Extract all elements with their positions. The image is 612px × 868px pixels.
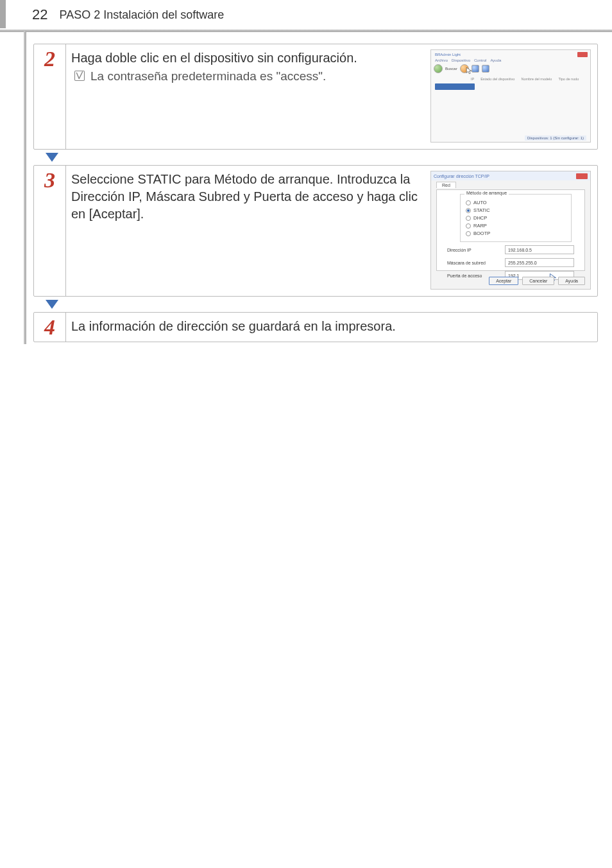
step-row-4: 4 La información de dirección se guardar…: [33, 312, 598, 342]
step-number: 2: [44, 47, 55, 71]
dialog-title-bar: Configurar dirección TCP/IP: [431, 171, 590, 180]
menu-item[interactable]: Ayuda: [490, 58, 501, 62]
table-row-selected[interactable]: [435, 83, 475, 90]
side-rule: [24, 31, 26, 344]
dialog-title: Configurar dirección TCP/IP: [434, 174, 489, 178]
step-note: La contraseña predeterminada es "access"…: [71, 68, 424, 85]
radio-rarp[interactable]: RARP: [466, 223, 566, 229]
page-header: 22 PASO 2 Instalación del software: [0, 0, 612, 28]
step-instruction: La información de dirección se guardará …: [71, 318, 591, 335]
column-header: Estado del dispositivo: [480, 77, 514, 81]
arrow-down-icon: [45, 299, 59, 309]
menu-bar: Archivo Dispositivo Control Ayuda: [435, 58, 501, 62]
toolbar: Buscar: [434, 64, 489, 73]
close-icon[interactable]: [576, 173, 588, 179]
radio-auto[interactable]: AUTO: [466, 200, 566, 205]
step-row-3: 3 Seleccione STATIC para Método de arran…: [33, 165, 598, 297]
menu-item[interactable]: Dispositivo: [452, 58, 470, 62]
radio-label: STATIC: [473, 207, 490, 213]
step-number-cell: 2: [34, 44, 66, 149]
column-header: Nombre del modelo: [521, 77, 552, 81]
close-icon[interactable]: [577, 52, 588, 57]
step-number: 4: [44, 315, 55, 340]
menu-item[interactable]: Archivo: [435, 58, 448, 62]
tab-network[interactable]: Red: [436, 182, 456, 188]
radio-label: AUTO: [473, 200, 487, 205]
step-separator: [33, 150, 598, 165]
info-icon[interactable]: [482, 65, 489, 73]
radio-dhcp[interactable]: DHCP: [466, 215, 566, 221]
svg-rect-0: [75, 71, 85, 81]
table-headers: IP Estado del dispositivo Nombre del mod…: [471, 77, 586, 81]
boot-method-group: Método de arranque AUTO STATIC DHCP RARP…: [460, 194, 572, 242]
column-header: Tipo de nodo: [558, 77, 579, 81]
step-number-cell: 4: [34, 313, 66, 342]
mask-input[interactable]: 255.255.255.0: [505, 258, 574, 267]
arrow-down-icon: [45, 152, 59, 162]
step-instruction: Haga doble clic en el dispositivo sin co…: [71, 49, 424, 67]
screenshot-tcpip-dialog: Configurar dirección TCP/IP Red Método d…: [430, 171, 591, 290]
fields-group: Dirección IP 192.168.0.5 Máscara de subr…: [447, 245, 574, 280]
page-number: 22: [32, 6, 47, 23]
header-rule: [0, 30, 612, 32]
cancel-button[interactable]: Cancelar: [522, 277, 554, 285]
screenshot-bradmin-window: BRAdmin Light Archivo Dispositivo Contro…: [430, 49, 591, 143]
ip-input[interactable]: 192.168.0.5: [505, 245, 574, 254]
search-icon[interactable]: [434, 64, 443, 73]
column-header: IP: [471, 77, 474, 81]
ok-button[interactable]: Aceptar: [489, 277, 518, 285]
radio-static[interactable]: STATIC: [466, 207, 566, 213]
ip-label: Dirección IP: [447, 248, 500, 252]
step-number: 3: [44, 168, 55, 193]
status-bar: Dispositivos: 1 (Sin configurar: 1): [525, 135, 586, 141]
radio-label: RARP: [473, 223, 487, 229]
help-button[interactable]: Ayuda: [558, 277, 585, 285]
dialog-buttons: Aceptar Cancelar Ayuda: [489, 277, 585, 285]
menu-item[interactable]: Control: [474, 58, 486, 62]
steps-container: 2 Haga doble clic en el dispositivo sin …: [33, 44, 598, 342]
toolbar-label: Buscar: [445, 67, 457, 71]
window-title: BRAdmin Light: [435, 53, 461, 56]
step-text: Haga doble clic en el dispositivo sin co…: [71, 49, 424, 143]
dialog-panel: Método de arranque AUTO STATIC DHCP RARP…: [436, 189, 585, 271]
step-instruction: Seleccione STATIC para Método de arranqu…: [71, 171, 424, 290]
step-note-text: La contraseña predeterminada es "access"…: [90, 68, 326, 85]
radio-label: BOOTP: [473, 230, 490, 236]
radio-bootp[interactable]: BOOTP: [466, 230, 566, 236]
cursor-icon: [466, 67, 473, 74]
step-number-cell: 3: [34, 166, 66, 296]
group-legend: Método de arranque: [464, 191, 509, 195]
step-row-2: 2 Haga doble clic en el dispositivo sin …: [33, 44, 598, 150]
radio-label: DHCP: [473, 215, 487, 221]
page-title: PASO 2 Instalación del software: [59, 8, 224, 22]
page-tab-edge: [0, 0, 6, 28]
step-separator: [33, 297, 598, 312]
mask-label: Máscara de subred: [447, 261, 500, 265]
note-icon: [74, 70, 85, 82]
